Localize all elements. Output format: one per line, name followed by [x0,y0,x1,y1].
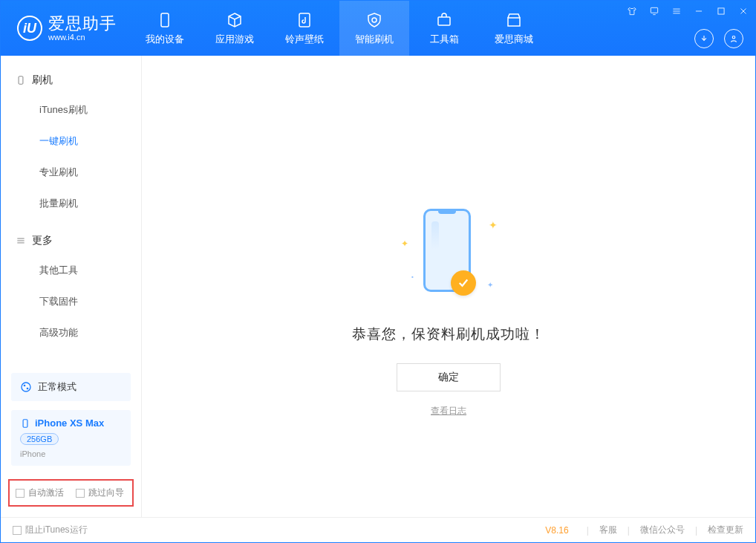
nav-tab-toolbox[interactable]: 工具箱 [409,1,479,56]
sidebar-item-itunes[interactable]: iTunes刷机 [1,94,141,126]
svg-rect-11 [23,419,27,427]
music-file-icon [295,10,314,30]
version-label: V8.16 [545,525,568,536]
separator: | [587,525,589,536]
close-button[interactable] [736,4,751,19]
sidebar-item-othertools[interactable]: 其他工具 [1,255,141,286]
section-title: 更多 [32,234,53,247]
device-type: iPhone [20,449,122,458]
device-icon [155,10,175,30]
check-badge-icon [451,270,476,296]
svg-rect-0 [161,13,169,27]
sparkle-icon: ✦ [487,281,493,289]
svg-rect-4 [651,7,657,13]
section-more: 更多 [1,227,141,255]
main-content: ✦ ✦ ✦ • 恭喜您，保资料刷机成功啦！ 确定 查看日志 [142,56,755,517]
separator: | [695,525,697,536]
section-flash: 刷机 [1,66,141,94]
cube-icon [225,10,244,30]
checkbox-label: 自动激活 [28,487,64,499]
phone-outline [423,209,471,292]
checkbox-block-itunes[interactable]: 阻止iTunes运行 [13,524,88,536]
user-button[interactable] [724,29,743,48]
svg-point-8 [22,383,30,391]
svg-point-6 [732,36,735,39]
body: 刷机 iTunes刷机 一键刷机 专业刷机 批量刷机 更多 其他工具 下载固件 … [1,56,755,517]
nav-label: 应用游戏 [215,33,254,46]
success-hero: ✦ ✦ ✦ • 恭喜您，保资料刷机成功啦！ 确定 查看日志 [352,204,545,417]
maximize-button[interactable] [714,4,729,19]
nav-tabs: 我的设备 应用游戏 铃声壁纸 智能刷机 工具箱 爱思商城 [130,1,549,56]
svg-rect-5 [718,8,724,14]
svg-point-10 [27,388,29,390]
svg-rect-1 [299,13,310,27]
support-link[interactable]: 客服 [599,524,617,536]
device-name: iPhone XS Max [35,417,104,429]
phone-icon [16,75,26,85]
download-button[interactable] [694,29,714,48]
wechat-link[interactable]: 微信公众号 [640,524,685,536]
menu-icon[interactable] [669,4,684,19]
mode-icon [20,381,32,393]
phone-success-illustration: ✦ ✦ ✦ • [397,204,501,301]
svg-rect-7 [19,77,23,85]
nav-label: 爱思商城 [495,33,533,46]
sidebar-item-batch[interactable]: 批量刷机 [1,188,141,219]
feedback-icon[interactable] [647,4,662,19]
device-box[interactable]: iPhone XS Max 256GB iPhone [11,410,131,466]
ok-button[interactable]: 确定 [397,363,501,391]
svg-point-9 [24,385,26,387]
section-title: 刷机 [32,74,53,87]
status-right: V8.16 | 客服 | 微信公众号 | 检查更新 [545,524,743,536]
mode-box[interactable]: 正常模式 [11,373,131,401]
title-bar: iU 爱思助手 www.i4.cn 我的设备 应用游戏 铃声壁纸 智能刷机 [1,1,755,56]
nav-label: 智能刷机 [355,33,394,46]
sparkle-icon: ✦ [401,238,408,249]
sidebar-item-advanced[interactable]: 高级功能 [1,317,141,348]
device-capacity: 256GB [20,433,59,445]
checkbox-skip-guide[interactable]: 跳过向导 [76,487,124,499]
nav-tab-store[interactable]: 爱思商城 [479,1,549,56]
success-message: 恭喜您，保资料刷机成功啦！ [352,325,545,344]
app-window: iU 爱思助手 www.i4.cn 我的设备 应用游戏 铃声壁纸 智能刷机 [0,0,756,543]
nav-label: 铃声壁纸 [285,33,324,46]
view-log-link[interactable]: 查看日志 [431,405,466,417]
sparkle-icon: ✦ [489,219,498,231]
logo: iU 爱思助手 www.i4.cn [1,1,130,56]
app-site: www.i4.cn [48,33,117,42]
logo-icon: iU [17,16,42,41]
checkbox-label: 跳过向导 [88,487,124,499]
separator: | [628,525,630,536]
sidebar-item-oneclick[interactable]: 一键刷机 [1,126,141,157]
sidebar-item-firmware[interactable]: 下载固件 [1,286,141,317]
nav-tab-device[interactable]: 我的设备 [130,1,200,56]
shirt-icon[interactable] [625,4,639,19]
nav-tab-flash[interactable]: 智能刷机 [339,1,409,56]
checkbox-label: 阻止iTunes运行 [25,524,88,536]
nav-tab-ringtone[interactable]: 铃声壁纸 [270,1,339,56]
user-controls [694,29,743,48]
checkbox-auto-activate[interactable]: 自动激活 [16,487,64,499]
device-phone-icon [20,418,30,429]
nav-label: 我的设备 [146,33,184,46]
toolbox-icon [434,10,454,30]
options-highlight-box: 自动激活 跳过向导 [8,479,134,507]
svg-rect-3 [508,18,520,26]
app-name: 爱思助手 [48,15,117,33]
svg-rect-2 [438,17,450,25]
nav-tab-apps[interactable]: 应用游戏 [200,1,270,56]
sidebar: 刷机 iTunes刷机 一键刷机 专业刷机 批量刷机 更多 其他工具 下载固件 … [1,56,142,517]
store-icon [504,10,524,30]
nav-label: 工具箱 [430,33,459,46]
sidebar-item-pro[interactable]: 专业刷机 [1,157,141,188]
window-controls [625,4,751,19]
minimize-button[interactable] [691,4,706,19]
menu-icon [16,235,26,246]
shield-refresh-icon [365,10,384,30]
status-bar: 阻止iTunes运行 V8.16 | 客服 | 微信公众号 | 检查更新 [1,517,755,542]
device-name-row: iPhone XS Max [20,417,122,429]
mode-label: 正常模式 [38,380,76,394]
update-link[interactable]: 检查更新 [708,524,743,536]
sparkle-icon: • [411,273,414,280]
